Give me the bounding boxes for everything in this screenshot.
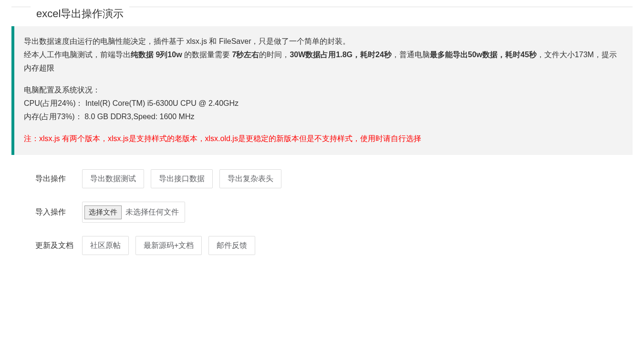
export-complex-header-button[interactable]: 导出复杂表头	[219, 169, 281, 188]
callout-line-1: 导出数据速度由运行的电脑性能决定，插件基于 xlsx.js 和 FileSave…	[24, 35, 623, 48]
cpu-info: CPU(占用24%)： Intel(R) Core(TM) i5-6300U C…	[24, 97, 623, 110]
mail-feedback-button[interactable]: 邮件反馈	[208, 236, 255, 255]
choose-file-button[interactable]: 选择文件	[84, 205, 122, 219]
import-row: 导入操作 选择文件 未选择任何文件	[35, 202, 633, 223]
import-label: 导入操作	[35, 207, 78, 217]
export-label: 导出操作	[35, 174, 78, 184]
info-callout: 导出数据速度由运行的电脑性能决定，插件基于 xlsx.js 和 FileSave…	[11, 26, 633, 155]
page-title: excel导出操作演示	[31, 7, 129, 21]
config-title: 电脑配置及系统状况：	[24, 83, 623, 97]
latest-source-docs-button[interactable]: 最新源码+文档	[135, 236, 202, 255]
form-area: 导出操作 导出数据测试 导出接口数据 导出复杂表头 导入操作 选择文件 未选择任…	[11, 169, 633, 255]
docs-row: 更新及文档 社区原帖 最新源码+文档 邮件反馈	[35, 236, 633, 255]
page-fieldset: excel导出操作演示	[11, 7, 633, 7]
file-placeholder-text: 未选择任何文件	[125, 207, 179, 217]
docs-label: 更新及文档	[35, 241, 78, 251]
version-note: 注：xlsx.js 有两个版本，xlsx.js是支持样式的老版本，xlsx.ol…	[24, 132, 623, 145]
export-api-button[interactable]: 导出接口数据	[151, 169, 213, 188]
community-post-button[interactable]: 社区原帖	[82, 236, 129, 255]
memory-info: 内存(占用73%)： 8.0 GB DDR3,Speed: 1600 MHz	[24, 110, 623, 123]
export-row: 导出操作 导出数据测试 导出接口数据 导出复杂表头	[35, 169, 633, 188]
export-test-button[interactable]: 导出数据测试	[82, 169, 144, 188]
file-input[interactable]: 选择文件 未选择任何文件	[82, 202, 185, 223]
callout-line-2: 经本人工作电脑测试，前端导出纯数据 9列10w 的数据量需要 7秒左右的时间，3…	[24, 48, 623, 75]
